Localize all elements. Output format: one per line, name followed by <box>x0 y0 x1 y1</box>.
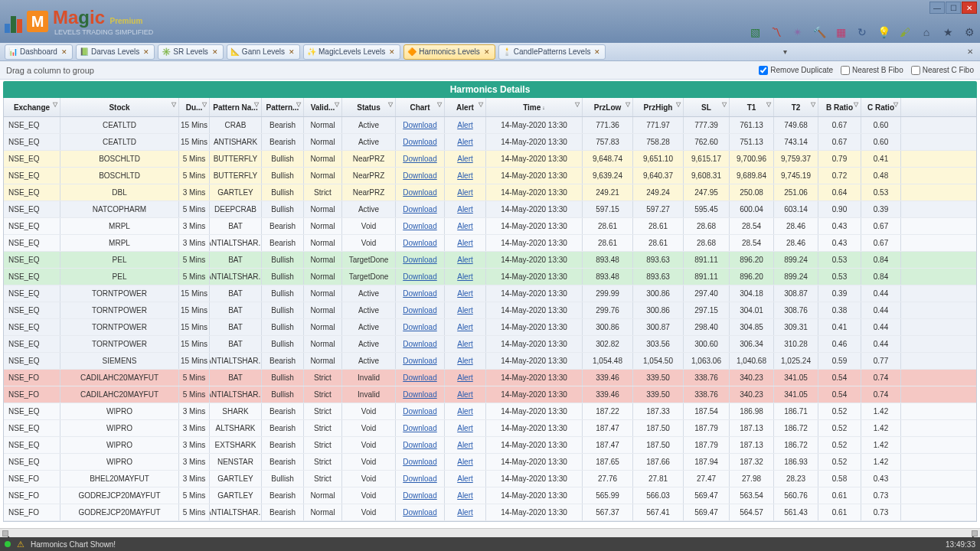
download-link[interactable]: Download <box>403 340 436 348</box>
light-tool-icon[interactable]: 💡 <box>877 26 890 38</box>
alert-link[interactable]: Alert <box>457 239 473 247</box>
download-link[interactable]: Download <box>403 155 436 163</box>
download-link[interactable]: Download <box>403 289 436 298</box>
alert-link[interactable]: Alert <box>457 407 473 416</box>
tab-close-icon[interactable]: ✕ <box>212 48 218 56</box>
table-row[interactable]: NSE_EQTORNTPOWER15 MinsBATBullishNormalA… <box>4 285 976 302</box>
filter-icon[interactable]: ▽ <box>53 101 57 108</box>
download-link[interactable]: Download <box>403 239 436 247</box>
filter-icon[interactable]: ▽ <box>335 101 339 108</box>
tabs-close-all-button[interactable]: ✕ <box>965 47 975 56</box>
alert-link[interactable]: Alert <box>457 138 473 146</box>
close-button[interactable]: ✕ <box>962 2 977 14</box>
filter-icon[interactable]: ▽ <box>575 101 580 108</box>
table-row[interactable]: NSE_EQTORNTPOWER15 MinsBATBullishNormalA… <box>4 319 976 336</box>
tab-close-icon[interactable]: ✕ <box>143 48 149 56</box>
table-row[interactable]: NSE_FOGODREJCP20MAYFUT5 MinsGARTLEYBeari… <box>4 487 976 504</box>
download-link[interactable]: Download <box>403 205 436 214</box>
tab-dashboard[interactable]: 📊Dashboard✕ <box>5 44 73 60</box>
maximize-button[interactable]: ☐ <box>946 2 961 14</box>
col-header-time[interactable]: Time↓▽ <box>486 98 583 116</box>
download-link[interactable]: Download <box>403 474 436 483</box>
star-icon[interactable]: ★ <box>942 26 954 38</box>
table-row[interactable]: NSE_EQNATCOPHARM5 MinsDEEPCRABBullishNor… <box>4 201 976 218</box>
alert-link[interactable]: Alert <box>457 306 473 315</box>
table-row[interactable]: NSE_EQSIEMENS15 MinsANTIALTSHAR...Bearis… <box>4 353 976 370</box>
col-header-chart[interactable]: Chart▽ <box>396 98 445 116</box>
table-row[interactable]: NSE_EQBOSCHLTD5 MinsBUTTERFLYBullishNorm… <box>4 151 976 168</box>
nearest-c-fibo-checkbox[interactable]: Nearest C Fibo <box>911 66 974 75</box>
download-link[interactable]: Download <box>403 441 436 449</box>
col-header-patternna[interactable]: Pattern Na...▽ <box>210 98 262 116</box>
alert-link[interactable]: Alert <box>457 390 473 399</box>
col-header-status[interactable]: Status▽ <box>342 98 396 116</box>
tab-magiclevels-levels[interactable]: ✨MagicLevels Levels✕ <box>303 44 400 60</box>
table-row[interactable]: NSE_EQPEL5 MinsANTIALTSHAR...BullishNorm… <box>4 269 976 285</box>
col-header-sl[interactable]: SL▽ <box>684 98 730 116</box>
alert-link[interactable]: Alert <box>457 256 473 264</box>
download-link[interactable]: Download <box>403 357 436 365</box>
alert-link[interactable]: Alert <box>457 474 473 483</box>
chart-tool-icon[interactable]: ▧ <box>749 26 761 38</box>
alert-link[interactable]: Alert <box>457 205 473 214</box>
tab-harmonics-levels[interactable]: 🔶Harmonics Levels✕ <box>403 44 495 60</box>
table-row[interactable]: NSE_EQDBL3 MinsGARTLEYBullishStrictNearP… <box>4 184 976 201</box>
col-header-przlow[interactable]: PrzLow▽ <box>583 98 633 116</box>
brush-tool-icon[interactable]: 🖌 <box>899 26 911 38</box>
grid-body[interactable]: NSE_EQCEATLTD15 MinsCRABBearishNormalAct… <box>4 117 976 521</box>
alert-link[interactable]: Alert <box>457 188 473 197</box>
table-row[interactable]: NSE_EQMRPL3 MinsBATBearishNormalVoidDown… <box>4 218 976 235</box>
download-link[interactable]: Download <box>403 306 436 315</box>
scroll-left-button[interactable]: ◂ <box>2 530 8 536</box>
alert-link[interactable]: Alert <box>457 458 473 466</box>
remove-duplicate-checkbox[interactable]: Remove Duplicate <box>759 66 833 75</box>
table-row[interactable]: NSE_EQWIPRO3 MinsSHARKBearishStrictVoidD… <box>4 403 976 420</box>
scroll-right-button[interactable]: ▸ <box>972 530 978 536</box>
filter-icon[interactable]: ▽ <box>202 101 207 108</box>
filter-icon[interactable]: ▽ <box>722 101 727 108</box>
download-link[interactable]: Download <box>403 390 436 399</box>
alert-link[interactable]: Alert <box>457 289 473 298</box>
col-header-pattern[interactable]: Pattern...▽ <box>262 98 304 116</box>
alert-link[interactable]: Alert <box>457 222 473 230</box>
col-header-przhigh[interactable]: PrzHigh▽ <box>633 98 684 116</box>
download-link[interactable]: Download <box>403 491 436 500</box>
col-header-stock[interactable]: Stock▽ <box>60 98 179 116</box>
filter-icon[interactable]: ▽ <box>172 101 176 108</box>
table-row[interactable]: NSE_FOGODREJCP20MAYFUT5 MinsANTIALTSHAR.… <box>4 504 976 521</box>
col-header-t[interactable]: T1▽ <box>730 98 774 116</box>
table-row[interactable]: NSE_FOCADILAHC20MAYFUT5 MinsANTIALTSHAR.… <box>4 386 976 403</box>
filter-icon[interactable]: ▽ <box>437 101 442 108</box>
alert-link[interactable]: Alert <box>457 441 473 449</box>
alert-link[interactable]: Alert <box>457 121 473 129</box>
table-row[interactable]: NSE_EQTORNTPOWER15 MinsBATBullishNormalA… <box>4 302 976 319</box>
alert-link[interactable]: Alert <box>457 491 473 500</box>
hammer-tool-icon[interactable]: 🔨 <box>813 26 825 38</box>
download-link[interactable]: Download <box>403 222 436 230</box>
filter-icon[interactable]: ▽ <box>388 101 393 108</box>
tab-close-icon[interactable]: ✕ <box>61 48 67 56</box>
table-row[interactable]: NSE_EQPEL5 MinsBATBullishNormalTargetDon… <box>4 252 976 269</box>
col-header-du[interactable]: Du...▽ <box>179 98 210 116</box>
alert-link[interactable]: Alert <box>457 340 473 348</box>
refresh-icon[interactable]: ↻ <box>856 26 868 38</box>
filter-icon[interactable]: ▽ <box>479 101 483 108</box>
alert-link[interactable]: Alert <box>457 155 473 163</box>
col-header-cratio[interactable]: C Ratio▽ <box>861 98 901 116</box>
download-link[interactable]: Download <box>403 121 436 129</box>
filter-icon[interactable]: ▽ <box>854 101 858 108</box>
alert-link[interactable]: Alert <box>457 171 473 180</box>
table-row[interactable]: NSE_EQCEATLTD15 MinsCRABBearishNormalAct… <box>4 117 976 134</box>
tab-candlepatterns-levels[interactable]: 🕯️CandlePatterns Levels✕ <box>498 44 606 60</box>
filter-icon[interactable]: ▽ <box>676 101 681 108</box>
link-tool-icon[interactable]: ✴ <box>792 26 804 38</box>
table-row[interactable]: NSE_EQBOSCHLTD5 MinsBUTTERFLYBullishNorm… <box>4 168 976 184</box>
tab-close-icon[interactable]: ✕ <box>484 48 490 56</box>
col-header-valid[interactable]: Valid...▽ <box>304 98 342 116</box>
filter-icon[interactable]: ▽ <box>626 101 630 108</box>
tab-sr-levels[interactable]: ✳️SR Levels✕ <box>158 44 224 60</box>
download-link[interactable]: Download <box>403 256 436 264</box>
filter-icon[interactable]: ▽ <box>766 101 771 108</box>
download-link[interactable]: Download <box>403 424 436 432</box>
download-link[interactable]: Download <box>403 508 436 517</box>
